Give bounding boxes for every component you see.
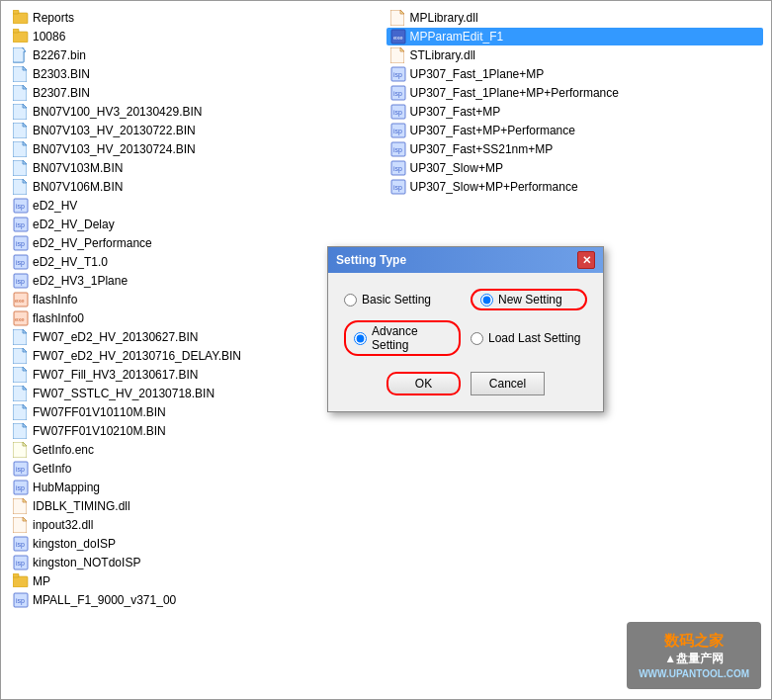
svg-text:isp: isp — [393, 90, 402, 98]
load-setting-label: Load Last Setting — [488, 331, 580, 345]
app-file-icon: isp — [390, 160, 406, 176]
list-item[interactable]: BN07V103_HV_20130724.BIN — [9, 140, 386, 158]
list-item[interactable]: isp kingston_doISP — [9, 535, 386, 553]
svg-text:isp: isp — [16, 597, 25, 605]
list-item[interactable]: isp UP307_Fast+MP+Performance — [386, 122, 764, 139]
list-item[interactable]: isp UP307_Slow+MP+Performance — [386, 178, 764, 196]
list-item[interactable]: BN07V103M.BIN — [9, 159, 386, 177]
list-item[interactable]: Reports — [9, 9, 386, 27]
list-item[interactable]: MP — [9, 572, 386, 590]
item-name: B2303.BIN — [33, 67, 90, 81]
load-setting-option[interactable]: Load Last Setting — [471, 320, 587, 356]
list-item[interactable]: IDBLK_TIMING.dll — [9, 497, 386, 515]
list-item[interactable]: BN07V103_HV_20130722.BIN — [9, 122, 386, 139]
svg-text:isp: isp — [393, 128, 402, 135]
list-item[interactable]: isp HubMapping — [9, 479, 386, 496]
app-file-icon: isp — [13, 555, 29, 570]
list-item[interactable]: isp UP307_Fast_1Plane+MP+Performance — [386, 84, 764, 102]
svg-text:isp: isp — [393, 165, 402, 173]
bin-file-icon — [13, 179, 29, 195]
list-item[interactable]: B2307.BIN — [9, 84, 386, 102]
item-name: 10086 — [33, 30, 65, 44]
svg-marker-16 — [23, 160, 27, 164]
list-item[interactable]: inpout32.dll — [9, 516, 386, 534]
basic-setting-label: Basic Setting — [362, 293, 431, 306]
svg-text:isp: isp — [393, 146, 402, 154]
item-name: IDBLK_TIMING.dll — [33, 499, 130, 513]
list-item[interactable]: isp kingston_NOTdoISP — [9, 554, 386, 571]
list-item[interactable]: 10086 — [9, 28, 386, 45]
list-item[interactable]: B2303.BIN — [9, 65, 386, 83]
item-name: UP307_Fast+MP+Performance — [410, 124, 575, 137]
dialog-close-button[interactable]: ✕ — [577, 251, 595, 269]
svg-marker-14 — [23, 141, 27, 145]
svg-marker-6 — [23, 66, 27, 70]
basic-setting-option[interactable]: Basic Setting — [344, 289, 461, 310]
enc-file-icon — [13, 442, 29, 458]
list-item[interactable]: B2267.bin — [9, 46, 386, 64]
list-item[interactable]: BN07V100_HV3_20130429.BIN — [9, 103, 386, 121]
item-name: FW07FF01V10210M.BIN — [33, 424, 166, 438]
load-setting-radio[interactable] — [471, 332, 483, 345]
svg-rect-3 — [13, 29, 19, 33]
item-name: STLibrary.dll — [410, 48, 475, 62]
svg-text:isp: isp — [16, 203, 25, 211]
advance-setting-option[interactable]: Advance Setting — [344, 320, 461, 356]
item-name: MPALL_F1_9000_v371_00 — [33, 593, 176, 607]
dialog-body: Basic Setting New Setting Advance Settin… — [328, 273, 603, 411]
new-setting-option[interactable]: New Setting — [471, 289, 587, 310]
watermark-line3: WWW.UPANTOOL.COM — [639, 667, 749, 681]
app-file-icon: isp — [390, 179, 406, 195]
new-setting-radio[interactable] — [480, 294, 493, 306]
app-file-icon: isp — [390, 66, 406, 82]
item-name: GetInfo.enc — [33, 443, 94, 457]
list-item[interactable]: isp UP307_Fast+SS21nm+MP — [386, 140, 764, 158]
list-item[interactable]: GetInfo.enc — [9, 441, 386, 459]
svg-text:exe: exe — [15, 316, 25, 322]
list-item[interactable]: isp MPALL_F1_9000_v371_00 — [9, 591, 386, 609]
advance-setting-radio[interactable] — [354, 332, 367, 345]
app-file-icon: isp — [390, 104, 406, 120]
app-file-icon: isp — [13, 254, 29, 270]
item-name: kingston_NOTdoISP — [33, 556, 140, 569]
svg-text:isp: isp — [393, 184, 402, 192]
svg-rect-1 — [13, 10, 19, 14]
svg-marker-64 — [400, 10, 404, 14]
svg-marker-8 — [23, 85, 27, 89]
list-item[interactable]: STLibrary.dll — [386, 46, 764, 64]
list-item-selected[interactable]: exe MPParamEdit_F1 — [386, 28, 764, 45]
list-item[interactable]: FW07FF01V10210M.BIN — [9, 422, 386, 440]
list-item[interactable]: isp UP307_Slow+MP — [386, 159, 764, 177]
list-item[interactable]: isp eD2_HV — [9, 197, 386, 215]
watermark: 数码之家 ▲盘量产网 WWW.UPANTOOL.COM — [627, 622, 761, 689]
svg-marker-34 — [23, 329, 27, 333]
svg-text:isp: isp — [16, 221, 25, 229]
list-item[interactable]: isp eD2_HV_Delay — [9, 216, 386, 233]
dll-file-icon — [390, 47, 406, 63]
item-name: flashInfo0 — [33, 311, 84, 325]
item-name: Reports — [33, 11, 74, 25]
svg-text:isp: isp — [16, 484, 25, 492]
list-item[interactable]: isp UP307_Fast+MP — [386, 103, 764, 121]
app-file-icon: exe — [13, 310, 29, 326]
file-browser: Reports 10086 — [0, 0, 772, 700]
item-name: FW07FF01V10110M.BIN — [33, 405, 166, 419]
item-name: inpout32.dll — [33, 518, 93, 532]
item-name: FW07_eD2_HV_20130627.BIN — [33, 330, 198, 344]
item-name: UP307_Slow+MP — [410, 161, 503, 175]
list-item[interactable]: isp UP307_Fast_1Plane+MP — [386, 65, 764, 83]
list-item[interactable]: MPLibrary.dll — [386, 9, 764, 27]
bin-file-icon — [13, 329, 29, 345]
folder-icon — [13, 10, 29, 26]
folder-icon — [13, 29, 29, 44]
cancel-button[interactable]: Cancel — [471, 372, 545, 395]
svg-rect-2 — [13, 32, 28, 43]
item-name: eD2_HV_Performance — [33, 236, 152, 250]
ok-button[interactable]: OK — [386, 372, 461, 395]
basic-setting-radio[interactable] — [344, 294, 357, 306]
app-file-icon: exe — [390, 29, 406, 44]
list-item[interactable]: isp GetInfo — [9, 460, 386, 478]
bin-file-icon — [13, 386, 29, 401]
svg-marker-36 — [23, 348, 27, 352]
list-item[interactable]: BN07V106M.BIN — [9, 178, 386, 196]
